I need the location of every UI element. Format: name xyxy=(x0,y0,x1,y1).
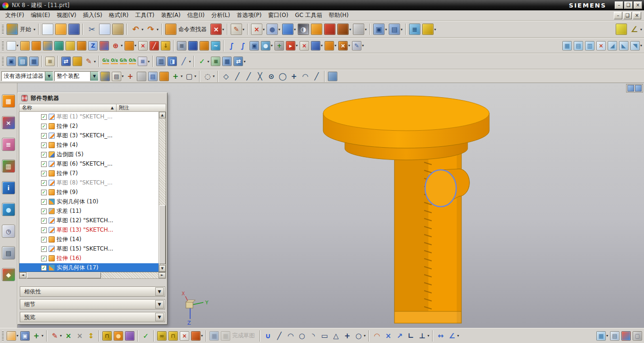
clamp-button[interactable]: ⊓ xyxy=(101,331,113,341)
selection-scope-dropdown-icon[interactable]: ▼ xyxy=(90,72,98,81)
blue-book-button[interactable] xyxy=(187,41,199,51)
feature-checkbox[interactable]: ✓ xyxy=(41,114,47,120)
move-component-button[interactable]: ⇄ xyxy=(60,56,72,67)
sphere-view-button[interactable]: ●▾ xyxy=(260,41,274,51)
system-materials-tab[interactable]: ▤ xyxy=(2,246,15,259)
menu-item-9[interactable]: 首选项(P) xyxy=(234,10,265,20)
dimension-button[interactable]: ↔ xyxy=(435,331,446,341)
menu-grid-button[interactable]: ▤▾ xyxy=(111,71,125,82)
dropdown-arrow-icon[interactable]: ▾ xyxy=(640,43,642,48)
menu-item-0[interactable]: 文件(F) xyxy=(2,10,27,20)
snap-quadrant-button[interactable]: ◯ xyxy=(277,71,288,82)
purple-box-button[interactable] xyxy=(124,331,135,341)
snap-midpoint-button[interactable]: ╱ xyxy=(243,71,254,82)
layers-stack-button[interactable]: ▤ xyxy=(17,56,28,67)
flag-button[interactable]: ▸▾ xyxy=(285,41,299,51)
sketch-offset-curve-button[interactable]: ◠ xyxy=(371,331,383,341)
table-view-button[interactable]: ▦ xyxy=(28,56,40,67)
feature-checkbox[interactable]: ✓ xyxy=(41,218,47,224)
chain-link-button[interactable]: ∞ xyxy=(156,331,167,341)
save-button[interactable] xyxy=(67,23,81,35)
view-popup-button[interactable]: ×▾ xyxy=(209,23,225,35)
face-filter-button[interactable] xyxy=(159,71,170,82)
sketch-line-button[interactable]: ╱ xyxy=(274,331,285,341)
feature-checkbox[interactable]: ✓ xyxy=(41,161,47,167)
dropdown-arrow-icon[interactable]: ▾ xyxy=(296,43,298,48)
datum-plane-button[interactable] xyxy=(19,41,31,51)
sketch-ellipse-button[interactable]: ○▾ xyxy=(353,331,367,341)
gray-panel-button[interactable]: ▢ xyxy=(632,331,643,341)
revolve-button[interactable] xyxy=(42,41,53,51)
tree-row[interactable]: ✓拉伸 (4) xyxy=(19,141,159,150)
tree-row[interactable]: ✓实例几何体 (17) xyxy=(19,263,159,272)
feature-checkbox[interactable]: ✓ xyxy=(41,256,47,261)
sketch-rectangle-button[interactable]: ▭ xyxy=(319,331,330,341)
make-corner-button[interactable]: ∟ xyxy=(405,331,417,341)
scroll-left-icon[interactable]: ◄ xyxy=(19,272,26,278)
menu-item-10[interactable]: 窗口(O) xyxy=(265,10,292,20)
face-analysis-button[interactable]: ◑ xyxy=(297,23,310,35)
grid-pattern-b-button[interactable]: ▤ xyxy=(573,41,584,51)
toolbar-grip[interactable] xyxy=(2,56,4,67)
dropdown-arrow-icon[interactable]: ▾ xyxy=(348,43,350,48)
dropdown-arrow-icon[interactable]: ▾ xyxy=(121,43,123,48)
feature-checkbox[interactable]: ✓ xyxy=(41,209,47,214)
delete-face-button[interactable]: × xyxy=(137,41,149,51)
snap-binoculars-button[interactable] xyxy=(100,71,111,82)
feature-checkbox[interactable]: ✓ xyxy=(41,227,47,233)
open-file-button[interactable] xyxy=(54,23,67,35)
quick-extend-button[interactable]: ↗ xyxy=(394,331,405,341)
restore-button[interactable]: ❑ xyxy=(624,1,633,9)
menu-item-8[interactable]: 分析(L) xyxy=(208,10,234,20)
snap-intersection-button[interactable]: ╳ xyxy=(254,71,266,82)
close-button[interactable]: × xyxy=(634,1,642,9)
dropdown-arrow-icon[interactable]: ▾ xyxy=(364,334,366,338)
spline-curve-button[interactable]: ∫ xyxy=(226,41,237,51)
dropdown-arrow-icon[interactable]: ▾ xyxy=(243,27,244,32)
tree-horizontal-scrollbar[interactable]: ◄ ► xyxy=(19,272,166,279)
internet-explorer-tab[interactable]: ● xyxy=(2,203,15,216)
tree-row[interactable]: ✓拉伸 (14) xyxy=(19,235,159,244)
dropdown-arrow-icon[interactable]: ▾ xyxy=(321,43,323,48)
dropdown-arrow-icon[interactable]: ▾ xyxy=(148,59,150,64)
chevron-down-icon[interactable]: ▼ xyxy=(155,313,164,321)
edit-red-pencil-button[interactable]: ✎▾ xyxy=(49,331,63,341)
tree-row[interactable]: ✓草图 (1) "SKETCH_... xyxy=(19,112,159,122)
dropdown-arrow-icon[interactable]: ▾ xyxy=(207,59,209,64)
dropdown-arrow-icon[interactable]: ▾ xyxy=(194,74,196,78)
striped-cube-button[interactable]: ▤ xyxy=(147,71,159,82)
dropdown-arrow-icon[interactable]: ▾ xyxy=(335,43,336,48)
dropdown-arrow-icon[interactable]: ▾ xyxy=(243,59,245,64)
column-config-button[interactable]: ▥ xyxy=(155,56,167,67)
snap-arc-center-button[interactable]: ⊙ xyxy=(266,71,277,82)
find-feature-button[interactable]: × xyxy=(595,41,607,51)
scroll-up-icon[interactable]: ▲ xyxy=(159,112,166,118)
selection-tool-button[interactable]: ▾ xyxy=(6,331,19,341)
snap-angle-button[interactable]: ╱ xyxy=(311,71,322,82)
angle-dimension-button[interactable]: ∠▾ xyxy=(446,331,460,341)
blue-box-button[interactable]: ▾ xyxy=(310,41,324,51)
feature-checkbox[interactable]: ✓ xyxy=(41,133,47,139)
dropdown-arrow-icon[interactable]: ▾ xyxy=(349,27,351,32)
scroll-right-icon[interactable]: ► xyxy=(159,272,166,278)
feature-checkbox[interactable]: ✓ xyxy=(41,199,47,205)
updown-arrows-button[interactable]: ↕ xyxy=(85,331,97,341)
tree-row[interactable]: ✓实例几何体 (10) xyxy=(19,197,159,207)
wave-link-button[interactable]: ~ xyxy=(210,41,221,51)
measure-angle-button[interactable]: ∠▾ xyxy=(628,24,643,35)
notes-button[interactable]: ≡ xyxy=(44,56,56,67)
display-shaded-cube-button[interactable]: ▾ xyxy=(336,23,352,35)
geometric-constraint-button[interactable]: ⊥▾ xyxy=(417,331,430,341)
tree-row[interactable]: ✓边倒圆 (5) xyxy=(19,150,159,159)
z-axis-button[interactable]: Z xyxy=(87,41,99,51)
chevron-down-icon[interactable]: ▼ xyxy=(155,300,164,309)
sketch-polygon-button[interactable]: △ xyxy=(330,331,342,341)
horizontal-scroll-thumb[interactable] xyxy=(27,272,101,278)
tree-row[interactable]: ✓拉伸 (16) xyxy=(19,254,159,263)
tree-row[interactable]: ✓拉伸 (7) xyxy=(19,169,159,178)
slant-plane-c-button[interactable]: ◥▾ xyxy=(629,41,643,51)
viewport-window-icon[interactable] xyxy=(627,85,634,92)
display-sphere-button[interactable]: ●▾ xyxy=(266,23,281,35)
display-cylinder-button[interactable] xyxy=(310,23,323,35)
redo-button[interactable]: ↷▾ xyxy=(144,24,159,35)
